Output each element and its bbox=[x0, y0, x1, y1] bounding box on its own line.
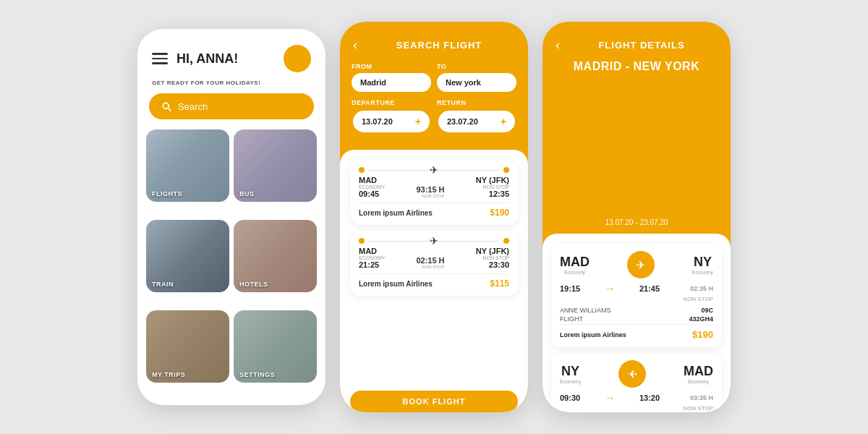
menu-button[interactable] bbox=[152, 53, 168, 64]
outbound-flight-label: FLIGHT bbox=[560, 315, 583, 323]
return-dep: 09:30 bbox=[560, 393, 580, 402]
flight-dest-code: NY (JFK) bbox=[476, 176, 509, 184]
flight-arr-time-2: 23:30 bbox=[476, 260, 509, 269]
details-screen-title: FLIGHT DETAILS bbox=[566, 40, 718, 51]
grid-label-bus: BUS bbox=[239, 190, 255, 197]
plane-icon-2: ✈ bbox=[430, 235, 438, 247]
flight-dest-code-2: NY (JFK) bbox=[476, 247, 509, 255]
to-input[interactable]: New york bbox=[437, 73, 516, 92]
flight-details-content: MAD Economy ✈ NY Economy 19:15 → 21:45 0… bbox=[542, 234, 731, 412]
search-results: ✈ MAD ECONOMY 09:45 93:15 H NON STOP NY … bbox=[340, 150, 528, 412]
outbound-nonstop: NON STOP bbox=[560, 296, 713, 302]
search-placeholder: Search bbox=[178, 101, 208, 112]
grid-item-mytrips[interactable]: MY TRIPS bbox=[146, 310, 229, 383]
flight-card-1[interactable]: ✈ MAD ECONOMY 09:45 93:15 H NON STOP NY … bbox=[350, 160, 518, 225]
grid-label-settings: SETTINGS bbox=[239, 371, 275, 378]
return-nonstop: NON STOP bbox=[560, 405, 713, 412]
flight-price-1: $190 bbox=[490, 208, 509, 218]
flight-origin-class: ECONOMY bbox=[359, 184, 385, 190]
return-times: 09:30 → 13:20 03:35 H bbox=[560, 392, 713, 404]
dest-dot bbox=[503, 167, 509, 173]
flight-origin-class-2: ECONOMY bbox=[359, 255, 385, 260]
flight-duration-1: 93:15 H bbox=[416, 185, 444, 194]
arrow-icon: → bbox=[605, 283, 615, 294]
search-form: FROM Madrid TO New york DEPARTURE 13.07.… bbox=[340, 63, 528, 150]
return-origin-code: NY bbox=[560, 364, 581, 379]
departure-input[interactable]: 13.07.20 + bbox=[352, 109, 431, 134]
flight-price-2: $115 bbox=[490, 278, 509, 289]
outbound-times: 19:15 → 21:45 02:35 H bbox=[560, 283, 713, 294]
return-input[interactable]: 23.07.20 + bbox=[437, 109, 516, 134]
segment-return: NY Economy ✈ MAD Economy 09:30 → 13:20 0… bbox=[551, 353, 722, 412]
origin-dot bbox=[359, 167, 365, 173]
grid-item-settings[interactable]: SETTINGS bbox=[234, 310, 317, 383]
tagline-text: GET READY FOR YOUR HOLIDAYS! bbox=[137, 80, 326, 93]
from-label: FROM bbox=[352, 63, 431, 70]
outbound-price: $190 bbox=[692, 329, 713, 340]
from-input[interactable]: Madrid bbox=[352, 73, 431, 92]
grid-item-train[interactable]: TRAIN bbox=[146, 220, 229, 292]
outbound-arr: 21:45 bbox=[639, 284, 660, 293]
departure-label: DEPARTURE bbox=[352, 99, 431, 106]
flight-nonstop-2: NON STOP bbox=[416, 265, 444, 269]
outbound-duration: 02:35 H bbox=[690, 285, 713, 292]
flight-line: ✈ bbox=[369, 170, 499, 171]
dest-dot-2 bbox=[503, 238, 509, 244]
flight-line-2: ✈ bbox=[369, 241, 499, 242]
return-dest-class: Economy bbox=[684, 379, 713, 384]
details-header: ‹ FLIGHT DETAILS bbox=[542, 22, 731, 60]
category-grid: FLIGHTS BUS TRAIN HOTELS MY TRIPS SETTIN bbox=[137, 129, 326, 405]
flight-card-2[interactable]: ✈ MAD ECONOMY 21:25 02:15 H NON STOP NY … bbox=[350, 231, 518, 296]
plane-return-icon: ✈ bbox=[628, 367, 637, 381]
flight-dest-class-2: NON STOP bbox=[476, 255, 509, 260]
outbound-passenger-row: ANNE WILLIAMS 09C bbox=[560, 307, 713, 314]
grid-label-mytrips: MY TRIPS bbox=[152, 371, 185, 378]
phone-home: HI, ANNA! GET READY FOR YOUR HOLIDAYS! S… bbox=[137, 29, 326, 405]
outbound-dest: NY Economy bbox=[692, 255, 713, 275]
dest-airport-code: NY bbox=[692, 255, 713, 270]
back-button[interactable]: ‹ bbox=[353, 38, 357, 53]
origin-airport-class: Economy bbox=[560, 270, 590, 275]
departure-plus-icon: + bbox=[415, 116, 421, 127]
flight-arr-time: 12:35 bbox=[476, 190, 509, 198]
outbound-passenger-label: ANNE WILLIAMS bbox=[560, 307, 611, 314]
origin-dot-2 bbox=[359, 238, 365, 244]
return-plus-icon: + bbox=[501, 116, 506, 127]
return-dest-code: MAD bbox=[684, 364, 713, 379]
grid-label-flights: FLIGHTS bbox=[152, 190, 182, 197]
greeting-text: HI, ANNA! bbox=[176, 51, 275, 67]
outbound-price-row: Lorem ipsum Airlines $190 bbox=[560, 324, 713, 340]
flight-duration-2: 02:15 H bbox=[416, 256, 444, 265]
route-title: MADRID - NEW YORK bbox=[542, 60, 731, 218]
details-back-button[interactable]: ‹ bbox=[556, 38, 560, 53]
flight-nonstop-1: NON STOP bbox=[416, 194, 444, 198]
return-arrow-icon: → bbox=[605, 392, 615, 404]
plane-circle-outbound: ✈ bbox=[627, 251, 655, 278]
return-origin: NY Economy bbox=[560, 364, 581, 384]
phone-search: ‹ SEARCH FLIGHT FROM Madrid TO New york … bbox=[340, 22, 528, 412]
flight-dep-time-2: 21:25 bbox=[359, 260, 385, 269]
grid-item-hotels[interactable]: HOTELS bbox=[234, 220, 317, 292]
return-origin-class: Economy bbox=[560, 379, 581, 384]
phone-details: ‹ FLIGHT DETAILS MADRID - NEW YORK 13.07… bbox=[542, 22, 731, 412]
search-icon bbox=[161, 101, 172, 112]
avatar[interactable] bbox=[284, 45, 311, 72]
airline-name-2: Lorem ipsum Airlines bbox=[359, 280, 433, 288]
grid-item-bus[interactable]: BUS bbox=[234, 129, 317, 202]
home-header: HI, ANNA! bbox=[137, 29, 326, 80]
origin-airport-code: MAD bbox=[560, 255, 590, 270]
plane-circle-return: ✈ bbox=[618, 360, 646, 388]
flight-origin-code-2: MAD bbox=[359, 247, 385, 255]
grid-label-train: TRAIN bbox=[152, 281, 174, 288]
return-duration: 03:35 H bbox=[690, 394, 713, 401]
search-bar[interactable]: Search bbox=[149, 93, 314, 119]
grid-item-flights[interactable]: FLIGHTS bbox=[146, 129, 229, 202]
airline-name-1: Lorem ipsum Airlines bbox=[359, 209, 433, 217]
outbound-dep: 19:15 bbox=[560, 284, 580, 293]
outbound-flight-num: 432GH4 bbox=[689, 315, 713, 323]
book-flight-button[interactable]: BOOK FLIGHT bbox=[350, 391, 518, 412]
return-arr: 13:20 bbox=[639, 393, 660, 402]
outbound-flight-row: FLIGHT 432GH4 bbox=[560, 315, 713, 323]
return-dest: MAD Economy bbox=[684, 364, 713, 384]
segment-outbound: MAD Economy ✈ NY Economy 19:15 → 21:45 0… bbox=[551, 244, 722, 347]
